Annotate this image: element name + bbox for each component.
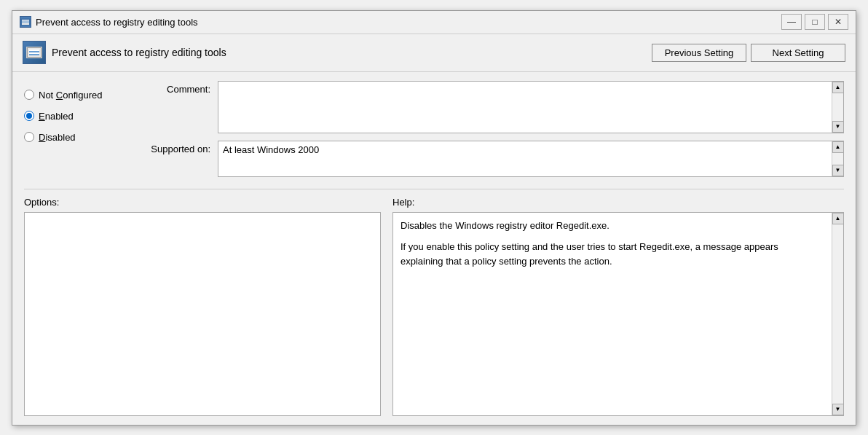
radio-circle-not-configured — [24, 90, 34, 100]
help-text-content: Disables the Windows registry editor Reg… — [393, 213, 830, 415]
supported-scroll-down[interactable]: ▼ — [832, 165, 844, 176]
close-button[interactable]: ✕ — [828, 14, 848, 30]
comment-scroll-down[interactable]: ▼ — [832, 121, 844, 133]
supported-scrollbar: ▲ ▼ — [832, 141, 843, 176]
options-section: Options: — [24, 197, 381, 416]
comment-label: Comment: — [145, 81, 210, 95]
title-bar-left: Prevent access to registry editing tools — [20, 16, 198, 28]
help-paragraph-2: If you enable this policy setting and th… — [401, 240, 823, 268]
radio-label-disabled: Disabled — [39, 132, 76, 143]
window-title: Prevent access to registry editing tools — [36, 17, 198, 28]
supported-scroll-up[interactable]: ▲ — [832, 141, 844, 153]
next-setting-button[interactable]: Next Setting — [751, 44, 845, 62]
maximize-button[interactable]: □ — [805, 14, 825, 30]
divider — [24, 189, 844, 189]
radio-circle-disabled — [24, 132, 34, 142]
help-scroll-down[interactable]: ▼ — [832, 404, 844, 415]
help-section: Help: Disables the Windows registry edit… — [392, 197, 844, 416]
radio-not-configured[interactable]: Not Configured — [24, 90, 133, 101]
help-scroll-track — [832, 224, 843, 404]
right-section: Comment: ▲ ▼ Supported on: At least — [145, 81, 844, 177]
header-left: Prevent access to registry editing tools — [23, 41, 226, 64]
supported-box: At least Windows 2000 ▲ ▼ — [218, 141, 844, 177]
previous-setting-button[interactable]: Previous Setting — [652, 44, 746, 62]
comment-scroll-up[interactable]: ▲ — [832, 82, 844, 93]
help-paragraph-1: Disables the Windows registry editor Reg… — [401, 219, 823, 233]
help-scrollbar: ▲ ▼ — [832, 213, 843, 415]
comment-field-row: Comment: ▲ ▼ — [145, 81, 844, 133]
options-box — [24, 212, 381, 416]
main-window: Prevent access to registry editing tools… — [12, 10, 856, 426]
header-buttons: Previous Setting Next Setting — [652, 44, 845, 62]
supported-text: At least Windows 2000 — [218, 141, 830, 176]
comment-scroll-track — [832, 93, 843, 121]
header-title: Prevent access to registry editing tools — [52, 47, 226, 58]
header-icon-inner — [27, 47, 42, 58]
help-box: Disables the Windows registry editor Reg… — [392, 212, 844, 416]
radio-label-enabled: Enabled — [39, 111, 74, 122]
radio-enabled[interactable]: Enabled — [24, 111, 133, 122]
comment-textarea-container: ▲ ▼ — [218, 81, 844, 133]
window-controls: — □ ✕ — [781, 14, 848, 30]
radio-disabled[interactable]: Disabled — [24, 132, 133, 143]
radio-label-not-configured: Not Configured — [39, 90, 102, 101]
top-section: Not Configured Enabled Disabled Comment: — [24, 81, 844, 177]
radio-circle-enabled — [24, 111, 34, 121]
help-header: Help: — [392, 197, 844, 208]
options-header: Options: — [24, 197, 381, 208]
minimize-button[interactable]: — — [781, 14, 802, 30]
content-area: Not Configured Enabled Disabled Comment: — [12, 72, 856, 425]
title-bar: Prevent access to registry editing tools… — [12, 11, 856, 34]
supported-scroll-track — [832, 153, 843, 165]
comment-textarea[interactable] — [218, 82, 830, 133]
supported-field-row: Supported on: At least Windows 2000 ▲ ▼ — [145, 141, 844, 177]
radio-group: Not Configured Enabled Disabled — [24, 81, 133, 177]
bottom-section: Options: Help: Disables the Windows regi… — [24, 197, 844, 416]
header-policy-icon — [23, 41, 46, 64]
help-scroll-up[interactable]: ▲ — [832, 213, 844, 224]
window-icon — [20, 16, 31, 28]
header-bar: Prevent access to registry editing tools… — [12, 34, 856, 72]
supported-label: Supported on: — [145, 141, 210, 154]
comment-scrollbar: ▲ ▼ — [832, 82, 843, 133]
